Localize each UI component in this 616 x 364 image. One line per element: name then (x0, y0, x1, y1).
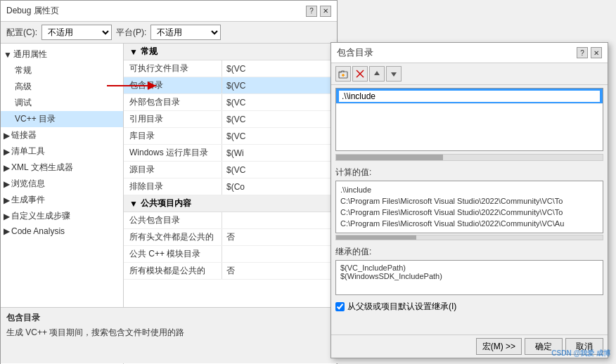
props-name: 排除目录 (124, 178, 222, 195)
main-close-button[interactable]: ✕ (320, 6, 331, 17)
props-value: 否 (222, 263, 239, 279)
inherit-line-2: $(WindowsSDK_IncludePath) (340, 272, 598, 280)
dialog-title: 包含目录 (337, 46, 373, 59)
sidebar-item-label: XML 文档生成器 (11, 162, 73, 174)
delete-button[interactable] (352, 66, 368, 82)
expand-arrow: ▶ (4, 195, 10, 205)
props-value: $(Co (222, 180, 249, 194)
sidebar-item-xml-gen[interactable]: ▶ XML 文档生成器 (1, 160, 123, 176)
calculated-section: 计算的值: .\\include C:\Program Files\Micros… (331, 164, 608, 243)
entry-row-include[interactable] (336, 89, 603, 104)
sidebar-item-label: 高级 (15, 82, 32, 91)
props-row-public-include[interactable]: 公共包含目录 (124, 212, 336, 229)
sidebar-item-browse[interactable]: ▶ 浏览信息 (1, 176, 123, 192)
expand-arrow: ▶ (4, 226, 10, 236)
sidebar-item-linker[interactable]: ▶ 链接器 (1, 127, 123, 143)
calculated-box: .\\include C:\Program Files\Microsoft Vi… (335, 181, 603, 233)
move-down-button[interactable] (386, 66, 402, 82)
macro-button[interactable]: 宏(M) >> (476, 338, 522, 355)
inherit-checkbox-label: 从父级或项目默认设置继承(I) (347, 301, 456, 313)
props-name: 所有头文件都是公共的 (124, 229, 222, 245)
props-row-ref-dir[interactable]: 引用目录 $(VC (124, 111, 336, 128)
props-name: 所有模块都是公共的 (124, 263, 222, 279)
props-row-external-include[interactable]: 外部包含目录 $(VC (124, 94, 336, 111)
dialog-close-button[interactable]: ✕ (591, 47, 602, 58)
props-name: 库目录 (124, 128, 222, 144)
sidebar-item-code-analysis[interactable]: ▶ Code Analysis (1, 224, 123, 238)
props-value: $(VC (222, 79, 250, 93)
sidebar-item-label: 生成事件 (11, 194, 45, 206)
props-row-source-dir[interactable]: 源目录 $(VC (124, 162, 336, 178)
sidebar-item-custom-steps[interactable]: ▶ 自定义生成步骤 (1, 208, 123, 224)
desc-text: 生成 VC++ 项目期间，搜索包含文件时使用的路 (6, 327, 333, 339)
expand-arrow: ▶ (4, 147, 10, 157)
sidebar-item-manifest[interactable]: ▶ 清单工具 (1, 143, 123, 160)
props-name: 可执行文件目录 (124, 60, 222, 77)
props-row-exclude-dir[interactable]: 排除目录 $(Co (124, 178, 336, 195)
sidebar-item-common-props[interactable]: ▼ 通用属性 (1, 46, 123, 63)
inherited-section: 继承的值: $(VC_IncludePath) $(WindowsSDK_Inc… (331, 243, 608, 298)
inherit-checkbox-area: 从父级或项目默认设置继承(I) (331, 298, 608, 316)
inherited-box: $(VC_IncludePath) $(WindowsSDK_IncludePa… (335, 260, 603, 295)
calc-scrollbar[interactable] (335, 235, 603, 240)
inherit-checkbox[interactable] (335, 302, 345, 311)
sidebar-item-label: 调试 (15, 98, 32, 108)
sidebar-item-label: 清单工具 (11, 145, 45, 157)
main-help-button[interactable]: ? (306, 6, 317, 17)
props-value: $(VC (222, 96, 250, 110)
expand-arrow: ▶ (4, 179, 10, 189)
config-label: 配置(C): (6, 27, 37, 39)
sidebar-item-label: Code Analysis (11, 226, 65, 236)
config-select[interactable]: 不适用 (41, 25, 112, 40)
props-name: 包含目录 (124, 77, 222, 93)
sidebar-item-label: 常规 (15, 65, 32, 75)
bottom-description: 包含目录 生成 VC++ 项目期间，搜索包含文件时使用的路 (1, 307, 338, 363)
props-value: $(VC (222, 129, 250, 143)
entry-input-include[interactable] (338, 89, 601, 103)
props-row-public-cpp-module[interactable]: 公共 C++ 模块目录 (124, 246, 336, 263)
desc-title: 包含目录 (6, 312, 333, 324)
dialog-help-button[interactable]: ? (577, 47, 588, 58)
watermark: CSDN @我爱 成博 (551, 349, 610, 358)
props-value: $(VC (222, 112, 250, 126)
calc-line-4: C:\Program Files\Microsoft Visual Studio… (340, 218, 598, 229)
expand-arrow: ▶ (4, 212, 10, 221)
sidebar-item-label: 自定义生成步骤 (11, 210, 70, 222)
props-value (222, 252, 231, 256)
main-titlebar: Debug 属性页 ? ✕ (1, 1, 337, 22)
dialog-titlebar-controls: ? ✕ (577, 47, 602, 58)
sidebar-item-general[interactable]: 常规 (1, 63, 123, 79)
props-value: $(VC (222, 62, 250, 76)
props-name: 引用目录 (124, 111, 222, 127)
main-window: Debug 属性页 ? ✕ 配置(C): 不适用 平台(P): 不适用 ▼ 通用… (0, 0, 338, 364)
props-value: $(Wi (222, 146, 248, 160)
sidebar-item-events[interactable]: ▶ 生成事件 (1, 192, 123, 208)
new-folder-button[interactable] (335, 66, 351, 82)
props-name: 公共 C++ 模块目录 (124, 246, 222, 262)
props-name: Windows 运行库目录 (124, 145, 222, 161)
config-bar: 配置(C): 不适用 平台(P): 不适用 (1, 22, 337, 44)
calc-line-3: C:\Program Files\Microsoft Visual Studio… (340, 207, 598, 218)
props-row-win-runtime-dir[interactable]: Windows 运行库目录 $(Wi (124, 145, 336, 162)
platform-label: 平台(P): (116, 27, 146, 39)
props-row-all-headers-public[interactable]: 所有头文件都是公共的 否 (124, 229, 336, 246)
props-row-include-dir[interactable]: 包含目录 $(VC (124, 77, 336, 94)
sidebar-item-debug[interactable]: 调试 (1, 95, 123, 111)
sidebar-item-vc-dirs[interactable]: VC++ 目录 (1, 111, 123, 127)
move-up-button[interactable] (369, 66, 385, 82)
expand-arrow: ▼ (4, 50, 12, 60)
props-section-general: ▼ 常规 (124, 44, 336, 60)
props-row-all-modules-public[interactable]: 所有模块都是公共的 否 (124, 263, 336, 280)
sidebar-item-label: 通用属性 (13, 48, 47, 60)
sidebar-item-label: 浏览信息 (11, 178, 45, 190)
props-row-executable-dir[interactable]: 可执行文件目录 $(VC (124, 60, 336, 77)
platform-select[interactable]: 不适用 (150, 25, 221, 40)
horizontal-scrollbar[interactable] (335, 154, 603, 161)
calc-line-1: .\\include (340, 184, 598, 195)
expand-arrow: ▶ (4, 163, 10, 173)
props-section-public: ▼ 公共项目内容 (124, 195, 336, 212)
sidebar-item-advanced[interactable]: 高级 (1, 79, 123, 95)
props-row-lib-dir[interactable]: 库目录 $(VC (124, 128, 336, 145)
inherited-label: 继承的值: (335, 246, 603, 258)
calc-line-2: C:\Program Files\Microsoft Visual Studio… (340, 195, 598, 207)
